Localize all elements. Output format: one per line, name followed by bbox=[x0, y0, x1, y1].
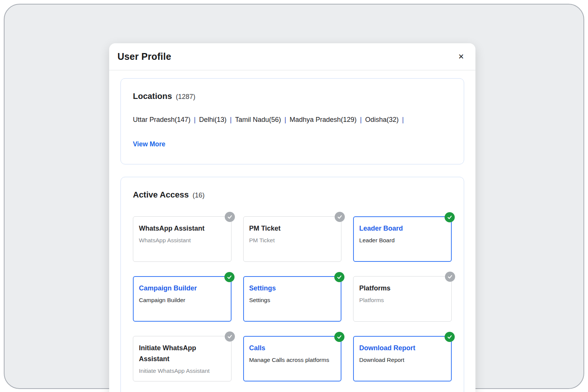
modal-header: User Profile ✕ bbox=[109, 43, 475, 70]
check-icon bbox=[335, 212, 345, 222]
access-card-title: Settings bbox=[249, 283, 336, 294]
active-access-section: Active Access (16) WhatsApp Assistant Wh… bbox=[120, 177, 464, 392]
check-icon bbox=[225, 212, 235, 222]
active-access-count: (16) bbox=[192, 191, 204, 199]
access-card-subtitle: Campaign Builder bbox=[139, 296, 225, 304]
active-access-title: Active Access bbox=[133, 190, 189, 200]
locations-title: Locations bbox=[133, 91, 172, 101]
location-item: Odisha(32) bbox=[365, 116, 399, 123]
close-icon[interactable]: ✕ bbox=[457, 52, 466, 62]
check-icon bbox=[445, 272, 455, 282]
access-card-subtitle: PM Ticket bbox=[249, 237, 336, 245]
location-item: Uttar Pradesh(147) bbox=[133, 116, 190, 123]
access-card-title: Leader Board bbox=[359, 223, 446, 234]
check-icon bbox=[224, 272, 235, 282]
location-separator: | bbox=[194, 116, 196, 123]
access-card[interactable]: WhatsApp Assistant WhatsApp Assistant bbox=[133, 216, 232, 262]
access-card-subtitle: Leader Board bbox=[359, 237, 446, 245]
location-item: Delhi(13) bbox=[199, 116, 227, 123]
check-icon bbox=[445, 212, 455, 222]
access-card-subtitle: WhatsApp Assistant bbox=[139, 237, 225, 245]
access-card-title: Download Report bbox=[359, 343, 446, 354]
view-more-link[interactable]: View More bbox=[133, 140, 165, 148]
access-grid: WhatsApp Assistant WhatsApp Assistant PM… bbox=[133, 216, 452, 381]
modal-title: User Profile bbox=[117, 51, 171, 62]
check-icon bbox=[445, 332, 455, 342]
locations-list: Uttar Pradesh(147)|Delhi(13)|Tamil Nadu(… bbox=[133, 115, 452, 124]
active-access-heading: Active Access (16) bbox=[133, 190, 452, 200]
access-card-subtitle: Platforms bbox=[359, 296, 446, 304]
access-card-subtitle: Settings bbox=[249, 296, 336, 304]
access-card-title: Initiate WhatsApp Assistant bbox=[139, 343, 225, 365]
access-card-title: PM Ticket bbox=[249, 223, 336, 234]
access-card[interactable]: Campaign Builder Campaign Builder bbox=[133, 276, 232, 322]
access-card-title: Platforms bbox=[359, 283, 446, 294]
location-separator: | bbox=[402, 116, 404, 123]
access-card-subtitle: Download Report bbox=[359, 356, 446, 364]
access-card[interactable]: Initiate WhatsApp Assistant Initiate Wha… bbox=[133, 336, 232, 381]
location-item: Tamil Nadu(56) bbox=[235, 116, 281, 123]
access-card[interactable]: Download Report Download Report bbox=[353, 336, 452, 381]
location-separator: | bbox=[285, 116, 286, 123]
modal-body: Locations (1287) Uttar Pradesh(147)|Delh… bbox=[109, 70, 475, 392]
access-card[interactable]: Calls Manage Calls across platforms bbox=[243, 336, 342, 381]
user-profile-modal: User Profile ✕ Locations (1287) Uttar Pr… bbox=[109, 43, 475, 392]
access-card-title: Campaign Builder bbox=[139, 283, 225, 294]
location-separator: | bbox=[230, 116, 232, 123]
location-item: Madhya Pradesh(129) bbox=[289, 116, 356, 123]
access-card-subtitle: Manage Calls across platforms bbox=[249, 356, 336, 364]
location-separator: | bbox=[360, 116, 362, 123]
access-card-title: WhatsApp Assistant bbox=[139, 223, 225, 234]
locations-heading: Locations (1287) bbox=[133, 91, 452, 101]
access-card-subtitle: Initiate WhatsApp Assistant bbox=[139, 367, 225, 375]
locations-section: Locations (1287) Uttar Pradesh(147)|Delh… bbox=[120, 78, 464, 164]
access-card[interactable]: Platforms Platforms bbox=[353, 276, 452, 322]
check-icon bbox=[334, 332, 344, 342]
access-card[interactable]: PM Ticket PM Ticket bbox=[243, 216, 342, 262]
check-icon bbox=[225, 331, 235, 342]
access-card[interactable]: Leader Board Leader Board bbox=[353, 216, 452, 262]
locations-count: (1287) bbox=[176, 93, 195, 101]
check-icon bbox=[334, 272, 344, 282]
access-card[interactable]: Settings Settings bbox=[243, 276, 342, 322]
access-card-title: Calls bbox=[249, 343, 336, 354]
